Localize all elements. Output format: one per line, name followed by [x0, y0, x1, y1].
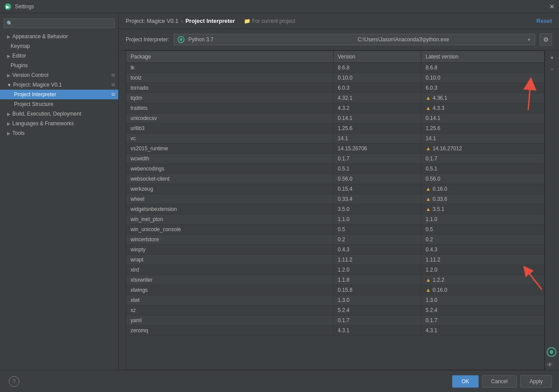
sidebar-item-editor[interactable]: ▶ Editor	[0, 51, 118, 61]
table-row: toolz0.10.00.10.0	[126, 73, 544, 83]
package-table-container[interactable]: Package Version Latest version tk8.6.88.…	[126, 51, 544, 370]
breadcrumb-project: Project: Magice V0.1	[126, 18, 178, 24]
package-name: unicodecsv	[126, 113, 333, 123]
sidebar-item-label: Project: Magice V0.1	[13, 82, 62, 88]
sidebar-item-version-control[interactable]: ▶ Version Control ⧉	[0, 70, 118, 80]
package-version: 0.1.7	[333, 154, 421, 164]
table-row: wheel0.33.4▲0.33.6	[126, 194, 544, 204]
dropdown-arrow-icon: ▼	[527, 37, 531, 42]
sidebar-item-languages[interactable]: ▶ Languages & Frameworks	[0, 119, 118, 128]
package-name: zeromq	[126, 326, 333, 336]
bottom-bar: ? OK Cancel Apply	[0, 370, 559, 392]
sidebar-item-label: Editor	[12, 53, 26, 59]
table-row: tqdm4.32.1▲4.36.1	[126, 93, 544, 103]
sidebar-item-appearance[interactable]: ▶ Appearance & Behavior	[0, 32, 118, 41]
package-name: xlwt	[126, 295, 333, 305]
arrow-icon: ▶	[7, 73, 11, 78]
package-version: 6.0.3	[333, 83, 421, 93]
close-button[interactable]: ✕	[549, 3, 555, 10]
breadcrumb-bar: Project: Magice V0.1 › Project Interpret…	[119, 13, 559, 29]
package-latest-version: ▲4.3.3	[421, 103, 544, 113]
package-version: 0.33.4	[333, 194, 421, 204]
copy-icon: ⧉	[112, 92, 115, 97]
table-row: xlwt1.3.01.3.0	[126, 295, 544, 305]
package-latest-version: 0.2	[421, 235, 544, 245]
package-latest-version: 0.10.0	[421, 73, 544, 83]
interpreter-label: Project Interpreter:	[126, 36, 169, 43]
table-row: unicodecsv0.14.10.14.1	[126, 113, 544, 123]
package-latest-version: 0.1.7	[421, 316, 544, 326]
package-latest-version: ▲14.16.27012	[421, 144, 544, 154]
show-early-access-button[interactable]: 👁	[547, 361, 557, 368]
sidebar-item-label: Project Interpreter	[14, 91, 56, 98]
package-name: tqdm	[126, 93, 333, 103]
interpreter-selector[interactable]: Python 3.7 C:\Users\Jason\Anaconda3\pyth…	[174, 34, 535, 45]
copy-icon: ⧉	[112, 82, 115, 87]
table-actions: + − 👁	[544, 51, 559, 370]
table-row: tk8.6.88.6.8	[126, 63, 544, 73]
table-row: yaml0.1.70.1.7	[126, 316, 544, 326]
package-version: 0.15.4	[333, 184, 421, 194]
reset-button[interactable]: Reset	[537, 18, 552, 24]
table-row: xlsxwriter1.1.8▲1.2.2	[126, 275, 544, 285]
table-row: wcwidth0.1.70.1.7	[126, 154, 544, 164]
search-box[interactable]: 🔍	[4, 18, 115, 28]
package-version: 14.15.26706	[333, 144, 421, 154]
package-name: widgetsnbextension	[126, 204, 333, 214]
table-row: win_unicode_console0.50.5	[126, 225, 544, 235]
interpreter-path: C:\Users\Jason\Anaconda3\python.exe	[358, 36, 523, 43]
sidebar-item-project[interactable]: ▼ Project: Magice V0.1 ⧉	[0, 80, 118, 90]
package-latest-version: 0.4.3	[421, 245, 544, 255]
package-latest-version: 0.56.0	[421, 174, 544, 184]
interpreter-settings-button[interactable]: ⚙	[540, 33, 552, 46]
package-latest-version: 1.2.0	[421, 265, 544, 275]
sidebar-item-project-interpreter[interactable]: Project Interpreter ⧉	[0, 90, 118, 99]
package-name: traitlets	[126, 103, 333, 113]
add-package-button[interactable]: +	[547, 52, 557, 63]
package-version: 1.11.2	[333, 255, 421, 265]
package-latest-version: 0.5	[421, 225, 544, 235]
package-latest-version: ▲0.33.6	[421, 194, 544, 204]
package-name: win_unicode_console	[126, 225, 333, 235]
sidebar-item-plugins[interactable]: Plugins	[0, 61, 118, 70]
package-version: 5.2.4	[333, 305, 421, 316]
help-button[interactable]: ?	[9, 376, 19, 387]
sidebar: 🔍 ▶ Appearance & Behavior Keymap ▶ Edito…	[0, 13, 119, 370]
package-version: 0.2	[333, 235, 421, 245]
python-icon	[178, 36, 185, 43]
search-input[interactable]	[15, 20, 112, 26]
package-name: wcwidth	[126, 154, 333, 164]
package-latest-version: 14.1	[421, 134, 544, 144]
package-latest-version: 4.3.1	[421, 326, 544, 336]
update-package-button[interactable]	[547, 347, 556, 357]
breadcrumb-current: Project Interpreter	[185, 18, 235, 24]
sidebar-item-project-structure[interactable]: Project Structure	[0, 99, 118, 109]
table-row: xlrd1.2.01.2.0	[126, 265, 544, 275]
sidebar-item-keymap[interactable]: Keymap	[0, 41, 118, 51]
package-latest-version: 1.11.2	[421, 255, 544, 265]
ok-button[interactable]: OK	[452, 375, 478, 388]
for-current-project: 📁 For current project	[244, 18, 295, 24]
table-row: vs2015_runtime14.15.26706▲14.16.27012	[126, 144, 544, 154]
package-name: toolz	[126, 73, 333, 83]
package-version: 14.1	[333, 134, 421, 144]
package-table: Package Version Latest version tk8.6.88.…	[126, 51, 544, 336]
col-package: Package	[126, 51, 333, 63]
package-latest-version: 5.2.4	[421, 305, 544, 316]
package-version: 0.10.0	[333, 73, 421, 83]
window-title: Settings	[15, 4, 34, 10]
package-name: tk	[126, 63, 333, 73]
apply-button[interactable]: Apply	[520, 375, 552, 388]
package-version: 1.25.6	[333, 123, 421, 134]
sidebar-item-tools[interactable]: ▶ Tools	[0, 128, 118, 138]
cancel-button[interactable]: Cancel	[482, 375, 517, 388]
package-latest-version: 1.1.0	[421, 214, 544, 225]
package-latest-version: ▲1.2.2	[421, 275, 544, 285]
sidebar-item-label: Keymap	[11, 43, 30, 49]
package-version: 1.2.0	[333, 265, 421, 275]
remove-package-button[interactable]: −	[547, 64, 557, 74]
sidebar-item-build[interactable]: ▶ Build, Execution, Deployment	[0, 109, 118, 119]
sidebar-item-label: Plugins	[11, 62, 28, 69]
folder-icon: 📁	[244, 18, 250, 24]
package-name: vc	[126, 134, 333, 144]
